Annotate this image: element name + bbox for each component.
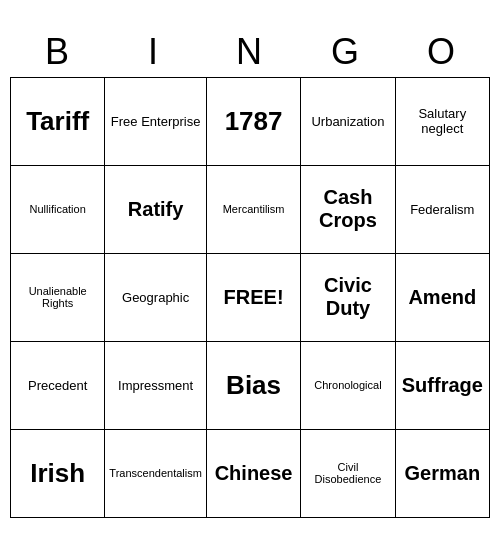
cell-text-14: Amend [408,286,476,309]
bingo-cell-5: Nullification [11,166,105,254]
bingo-card: BINGO TariffFree Enterprise1787Urbanizat… [10,27,490,518]
cell-text-23: Civil Disobedience [305,461,390,485]
cell-text-9: Federalism [410,202,474,217]
header-letter-B: B [10,27,106,77]
bingo-cell-10: Unalienable Rights [11,254,105,342]
cell-text-18: Chronological [314,379,381,391]
bingo-cell-17: Bias [207,342,301,430]
cell-text-8: Cash Crops [305,186,390,232]
bingo-cell-9: Federalism [396,166,490,254]
cell-text-10: Unalienable Rights [15,285,100,309]
bingo-cell-0: Tariff [11,78,105,166]
cell-text-22: Chinese [215,462,293,485]
cell-text-1: Free Enterprise [111,114,201,129]
bingo-cell-2: 1787 [207,78,301,166]
bingo-cell-20: Irish [11,430,105,518]
cell-text-20: Irish [30,458,85,489]
bingo-cell-19: Suffrage [396,342,490,430]
header-letter-I: I [106,27,202,77]
bingo-cell-16: Impressment [105,342,207,430]
cell-text-0: Tariff [26,106,89,137]
bingo-cell-18: Chronological [301,342,395,430]
header-letter-G: G [298,27,394,77]
bingo-cell-6: Ratify [105,166,207,254]
cell-text-2: 1787 [225,106,283,137]
cell-text-11: Geographic [122,290,189,305]
cell-text-4: Salutary neglect [400,106,485,136]
bingo-cell-14: Amend [396,254,490,342]
bingo-cell-21: Transcendentalism [105,430,207,518]
bingo-cell-7: Mercantilism [207,166,301,254]
bingo-cell-4: Salutary neglect [396,78,490,166]
cell-text-19: Suffrage [402,374,483,397]
bingo-cell-22: Chinese [207,430,301,518]
cell-text-16: Impressment [118,378,193,393]
bingo-cell-12: FREE! [207,254,301,342]
cell-text-24: German [405,462,481,485]
cell-text-13: Civic Duty [305,274,390,320]
cell-text-12: FREE! [224,286,284,309]
cell-text-6: Ratify [128,198,184,221]
cell-text-3: Urbanization [311,114,384,129]
cell-text-17: Bias [226,370,281,401]
bingo-cell-15: Precedent [11,342,105,430]
bingo-cell-8: Cash Crops [301,166,395,254]
bingo-cell-11: Geographic [105,254,207,342]
bingo-cell-23: Civil Disobedience [301,430,395,518]
bingo-cell-1: Free Enterprise [105,78,207,166]
bingo-cell-3: Urbanization [301,78,395,166]
bingo-header: BINGO [10,27,490,77]
cell-text-5: Nullification [30,203,86,215]
cell-text-15: Precedent [28,378,87,393]
header-letter-O: O [394,27,490,77]
header-letter-N: N [202,27,298,77]
bingo-cell-13: Civic Duty [301,254,395,342]
bingo-grid: TariffFree Enterprise1787UrbanizationSal… [10,77,490,518]
cell-text-21: Transcendentalism [109,467,202,479]
cell-text-7: Mercantilism [223,203,285,215]
bingo-cell-24: German [396,430,490,518]
